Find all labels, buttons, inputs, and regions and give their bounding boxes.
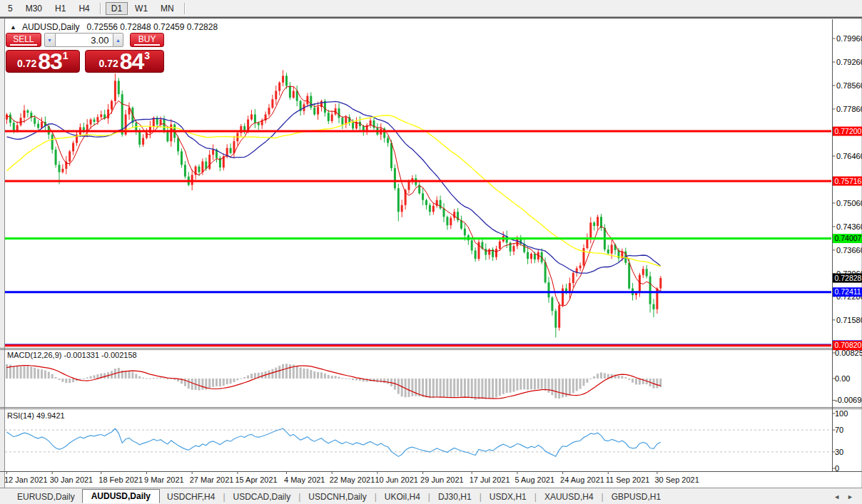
volume-increase-button[interactable]: ▲ <box>113 33 124 47</box>
buy-button[interactable]: BUY <box>130 33 164 47</box>
svg-text:100: 100 <box>835 409 848 418</box>
date-label: 15 Apr 2021 <box>235 475 277 484</box>
sell-button[interactable]: SELL <box>6 33 41 47</box>
svg-text:0.77200: 0.77200 <box>835 127 862 135</box>
svg-text:0.74360: 0.74360 <box>836 222 862 231</box>
buy-price-pip: 3 <box>144 50 150 61</box>
buy-price-small: 0.72 <box>98 58 118 69</box>
volume-decrease-button[interactable]: ▼ <box>44 33 56 47</box>
chart-title-bar: ▲ AUDUSD,Daily 0.72556 0.72848 0.72459 0… <box>10 22 218 32</box>
chart-canvas[interactable]: 0.799600.792600.785600.778600.764600.750… <box>0 0 862 504</box>
date-label: 12 Jan 2021 <box>4 475 48 484</box>
volume-input[interactable] <box>56 33 113 47</box>
svg-text:0.70820: 0.70820 <box>835 341 862 349</box>
svg-text:0.75060: 0.75060 <box>836 199 862 207</box>
svg-text:0.72828: 0.72828 <box>835 274 862 282</box>
date-label: 29 Jun 2021 <box>420 475 464 484</box>
svg-text:0.71580: 0.71580 <box>836 316 862 324</box>
svg-text:0.00: 0.00 <box>835 374 850 383</box>
sell-price-small: 0.72 <box>17 58 36 69</box>
sell-button-label: SELL <box>13 35 34 43</box>
chart-symbol-title: AUDUSD,Daily <box>22 22 80 32</box>
svg-text:0.76460: 0.76460 <box>836 152 862 160</box>
date-label: 30 Jan 2021 <box>50 475 93 484</box>
svg-text:0.72411: 0.72411 <box>835 287 861 296</box>
buy-button-label: BUY <box>138 35 156 43</box>
svg-text:30: 30 <box>835 448 843 456</box>
sell-price-box[interactable]: 0.72 83 1 <box>6 50 80 73</box>
date-label: 9 Mar 2021 <box>144 475 184 484</box>
sell-price-pip: 1 <box>63 50 69 61</box>
date-label: 11 Sep 2021 <box>606 475 650 484</box>
date-label: 24 Aug 2021 <box>560 475 604 484</box>
svg-text:0.79260: 0.79260 <box>836 58 862 66</box>
date-label: 27 Mar 2021 <box>190 475 234 484</box>
date-label: 18 Feb 2021 <box>98 475 143 484</box>
date-label: 5 Aug 2021 <box>514 475 554 484</box>
svg-text:-0.00698: -0.00698 <box>835 396 862 404</box>
date-label: 10 Jun 2021 <box>375 475 418 484</box>
buy-price-box[interactable]: 0.72 84 3 <box>85 50 164 73</box>
svg-text:0.73660: 0.73660 <box>836 246 862 254</box>
chart-ohlc-values: 0.72556 0.72848 0.72459 0.72828 <box>87 22 218 32</box>
date-label: 30 Sep 2021 <box>654 475 699 484</box>
macd-indicator-label: MACD(12,26,9) -0.001331 -0.002158 <box>7 351 137 359</box>
collapse-panel-icon[interactable]: ▲ <box>10 24 16 31</box>
sell-price-big: 83 <box>38 51 62 71</box>
date-label: 17 Jul 2021 <box>470 475 510 484</box>
svg-text:0: 0 <box>835 464 839 473</box>
sell-underline <box>10 44 37 46</box>
buy-underline <box>134 44 161 46</box>
svg-text:70: 70 <box>835 426 843 434</box>
buy-price-big: 84 <box>120 51 144 71</box>
rsi-indicator-label: RSI(14) 49.9421 <box>7 411 65 420</box>
date-label: 4 May 2021 <box>284 475 325 484</box>
svg-text:0.75716: 0.75716 <box>835 177 862 185</box>
svg-text:0.79960: 0.79960 <box>836 34 862 43</box>
date-label: 22 May 2021 <box>330 475 375 484</box>
svg-text:0.77860: 0.77860 <box>836 105 862 113</box>
one-click-trade-panel: SELL ▼ ▲ BUY 0.72 83 1 0.72 84 3 <box>6 33 164 73</box>
svg-text:0.78560: 0.78560 <box>836 81 862 90</box>
svg-text:0.74007: 0.74007 <box>835 234 862 242</box>
